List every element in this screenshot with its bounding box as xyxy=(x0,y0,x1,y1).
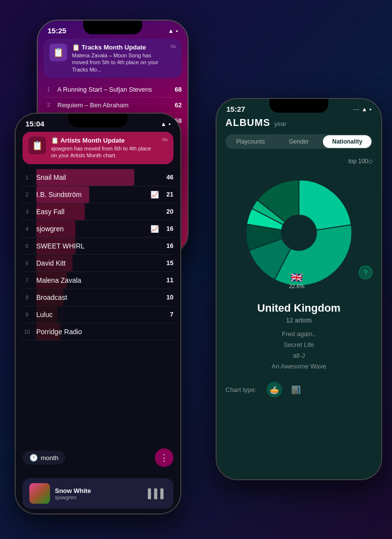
now-playing-artist: sjowgren xyxy=(55,494,143,500)
wifi-icon-a: ▲ xyxy=(161,121,167,127)
artist-name: Broadcast xyxy=(36,294,162,301)
tab-playcounts[interactable]: Playcounts xyxy=(226,135,275,148)
time-albums: 15:27 xyxy=(226,105,245,113)
help-button[interactable]: ? xyxy=(359,266,372,279)
pie-segment-0[interactable] xyxy=(299,180,351,230)
track-score: 62 xyxy=(175,101,182,109)
country-artist-list: Fred again..Secret Lifealt-JAn Awesome W… xyxy=(225,329,372,372)
country-name: United Kingdom xyxy=(225,302,372,315)
artist-score: 15 xyxy=(162,259,173,267)
track-item[interactable]: 1 A Running Start – Sufjan Stevens 68 xyxy=(44,82,182,98)
artist-number: 2 xyxy=(23,192,31,197)
artist-item[interactable]: 9 Luluc 7 xyxy=(23,306,173,323)
artist-score: 11 xyxy=(162,276,173,284)
time-artists: 15:04 xyxy=(25,120,44,128)
status-icons-albums: ···· ▲ ▪ xyxy=(353,106,372,113)
notif-body-tracks: Malena Zavala – Moon Song has moved from… xyxy=(72,52,166,73)
tracks-notification[interactable]: 📋 📋 Tracks Month Update Malena Zavala – … xyxy=(44,39,182,78)
time-filter-label: month xyxy=(41,454,58,462)
artist-number: 6 xyxy=(23,260,31,266)
chart-type-row: Chart type: 🥧 📊 xyxy=(217,377,381,402)
playback-bars-icon: ▌▌▌ xyxy=(148,489,167,499)
artist-name: Luluc xyxy=(36,311,162,318)
now-playing-bar[interactable]: Snow White sjowgren ▌▌▌ xyxy=(23,478,173,509)
artist-number: 1 xyxy=(23,174,31,180)
notch-artists xyxy=(69,114,127,127)
clock-icon: 🕐 xyxy=(29,454,38,462)
battery-icon-a: ▪ xyxy=(169,121,171,127)
artist-name: sjowgren xyxy=(36,225,150,233)
artist-name: David Kitt xyxy=(36,259,162,267)
status-icons-tracks: ▲ ▪ xyxy=(168,27,178,34)
artist-score: 21 xyxy=(162,191,173,198)
notif-tag-tracks: nu xyxy=(171,44,176,49)
country-artist-item: Fred again.. xyxy=(225,329,372,340)
status-icons-artists: ▲ ▪ xyxy=(161,121,171,127)
pie-chart-type-button[interactable]: 🥧 xyxy=(267,382,282,397)
artist-number: 8 xyxy=(23,294,31,300)
country-artist-item: alt-J xyxy=(225,350,372,361)
artist-item[interactable]: 4 sjowgren 📈 16 xyxy=(23,220,173,238)
artist-number: 4 xyxy=(23,226,31,232)
time-tracks: 15:25 xyxy=(48,26,66,35)
battery-icon: ▪ xyxy=(176,27,178,34)
track-item[interactable]: 2 Requiem – Ben Abraham 62 xyxy=(44,98,182,113)
artist-number: 5 xyxy=(23,243,31,249)
artist-name: Snail Mail xyxy=(36,173,162,181)
country-artists-count: 12 artists xyxy=(225,317,372,324)
artist-score: 20 xyxy=(162,208,173,215)
artists-notification[interactable]: 📋 📋 Artists Month Update sjowgren has mo… xyxy=(23,132,173,164)
trend-icon: 📈 xyxy=(150,225,159,233)
artist-item[interactable]: 7 Malena Zavala 11 xyxy=(23,272,173,289)
artist-score: 16 xyxy=(162,225,173,232)
albums-period: year xyxy=(274,120,287,127)
artist-name: SWEET WHIRL xyxy=(36,242,162,250)
now-playing-info: Snow White sjowgren xyxy=(55,487,143,500)
trend-icon: 📈 xyxy=(150,191,159,198)
notif-title-artists: 📋 Artists Month Update xyxy=(51,137,157,144)
uk-flag-emoji: 🇬🇧 xyxy=(289,271,304,283)
tab-gender[interactable]: Gender xyxy=(275,135,323,148)
battery-icon-alb: ▪ xyxy=(369,106,371,113)
artist-score: 46 xyxy=(162,173,173,181)
artist-item[interactable]: 1 Snail Mail 46 xyxy=(23,169,173,186)
pie-chart-container: 🇬🇧 22.6% ? xyxy=(217,167,381,294)
album-art xyxy=(29,483,50,504)
artist-name: Easy Fall xyxy=(36,208,162,216)
more-options-button[interactable]: ⋮ xyxy=(155,448,173,467)
albums-header: ALBUMS year Playcounts Gender Nationalit… xyxy=(217,115,381,154)
artist-score: 10 xyxy=(162,294,173,301)
notif-content-tracks: 📋 Tracks Month Update Malena Zavala – Mo… xyxy=(72,44,166,73)
notif-tag-artists: nu xyxy=(162,137,168,142)
notif-icon-artists: 📋 xyxy=(28,137,46,154)
phone-artists: 15:04 ▲ ▪ 📋 📋 Artists Month Update sjowg… xyxy=(15,113,181,514)
artist-item[interactable]: 5 SWEET WHIRL 16 xyxy=(23,238,173,255)
artist-list: 1 Snail Mail 46 2 I.B. Sundström 📈 21 3 … xyxy=(16,169,180,341)
bar-chart-type-button[interactable]: 📊 xyxy=(288,382,304,397)
phone-albums: 15:27 ···· ▲ ▪ ALBUMS year Playcounts Ge… xyxy=(216,98,382,480)
artist-item[interactable]: 6 David Kitt 15 xyxy=(23,255,173,272)
notch-albums xyxy=(270,99,328,113)
notif-icon-tracks: 📋 xyxy=(49,44,67,61)
artist-number: 7 xyxy=(23,277,31,283)
artist-number: 10 xyxy=(23,329,31,335)
tab-nationality[interactable]: Nationality xyxy=(323,135,371,148)
artist-name: Malena Zavala xyxy=(36,276,162,284)
albums-title: ALBUMS xyxy=(225,117,270,128)
track-number: 1 xyxy=(44,86,53,92)
albums-title-row: ALBUMS year xyxy=(225,117,372,128)
notif-body-artists: sjowgren has moved from 6th to 4th place… xyxy=(51,145,157,159)
artist-name: Porridge Radio xyxy=(36,328,173,336)
artist-item[interactable]: 3 Easy Fall 20 xyxy=(23,203,173,220)
artist-item[interactable]: 8 Broadcast 10 xyxy=(23,289,173,306)
wifi-icon: ▲ xyxy=(168,27,174,34)
artist-item[interactable]: 10 Porridge Radio xyxy=(23,323,173,341)
top100-filter[interactable]: top 100 ◇ xyxy=(217,154,381,167)
country-artist-item: Secret Life xyxy=(225,340,372,350)
track-name: A Running Start – Sufjan Stevens xyxy=(57,86,175,93)
wifi-icon-alb: ▲ xyxy=(362,106,368,113)
artist-item[interactable]: 2 I.B. Sundström 📈 21 xyxy=(23,186,173,203)
time-filter-button[interactable]: 🕐 month xyxy=(23,451,65,465)
uk-percentage: 22.6% xyxy=(289,283,304,289)
track-name: Requiem – Ben Abraham xyxy=(57,101,175,109)
